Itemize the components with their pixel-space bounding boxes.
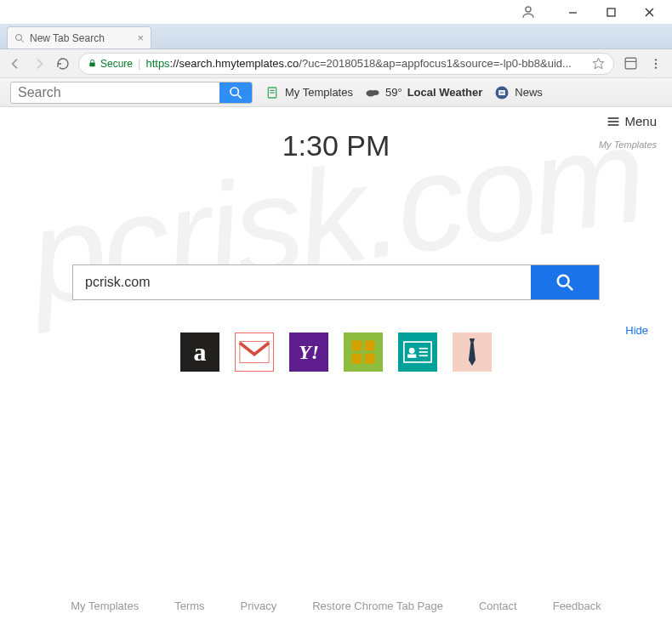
maximize-button[interactable] — [592, 0, 630, 24]
svg-point-0 — [526, 7, 531, 12]
minimize-button[interactable] — [554, 0, 592, 24]
weather-temp: 59° — [385, 86, 402, 99]
tile-amazon[interactable]: a — [180, 333, 219, 372]
address-bar[interactable]: Secure | https://search.hmytemplates.co/… — [78, 53, 614, 75]
svg-rect-31 — [351, 340, 362, 350]
profile-icon[interactable] — [520, 3, 537, 20]
extension-toolbar: My Templates 59° Local Weather News — [0, 78, 672, 107]
toolbar-templates-link[interactable]: My Templates — [265, 85, 353, 100]
weather-icon — [365, 85, 380, 100]
toolbar-templates-label: My Templates — [285, 86, 353, 99]
svg-marker-8 — [593, 58, 604, 69]
footer-restore[interactable]: Restore Chrome Tab Page — [312, 600, 443, 612]
main-search-box — [72, 264, 600, 300]
toolbar-weather-link[interactable]: 59° Local Weather — [365, 85, 482, 100]
secure-badge: Secure — [88, 58, 133, 70]
tile-business-card[interactable] — [398, 333, 437, 372]
url-text: https://search.hmytemplates.co/?uc=20180… — [145, 57, 587, 70]
tile-resume[interactable] — [344, 333, 383, 372]
svg-rect-37 — [407, 355, 416, 358]
toolbar-news-link[interactable]: News — [494, 85, 543, 100]
svg-point-5 — [16, 34, 22, 40]
footer-terms[interactable]: Terms — [174, 600, 204, 612]
main-search-input[interactable] — [73, 265, 531, 299]
tab-title: New Tab Search — [30, 32, 105, 44]
news-icon — [494, 85, 510, 100]
svg-point-11 — [655, 59, 657, 60]
reload-button[interactable] — [54, 57, 71, 71]
footer-feedback[interactable]: Feedback — [553, 600, 601, 612]
svg-rect-22 — [499, 90, 506, 95]
page-footer: My Templates Terms Privacy Restore Chrom… — [0, 600, 672, 612]
toolbar-search-input[interactable] — [11, 82, 219, 103]
page-content: Menu My Templates 1:30 PM pcrisk.com Hid… — [0, 107, 672, 631]
toolbar-search-button[interactable] — [219, 82, 252, 104]
svg-marker-41 — [470, 338, 475, 343]
footer-templates[interactable]: My Templates — [71, 600, 139, 612]
svg-point-14 — [231, 88, 238, 95]
back-button[interactable] — [7, 57, 24, 71]
svg-line-29 — [568, 286, 573, 291]
svg-rect-9 — [625, 58, 636, 69]
svg-line-15 — [238, 94, 242, 98]
news-label: News — [515, 86, 543, 99]
window-titlebar — [0, 0, 672, 24]
svg-rect-32 — [365, 340, 375, 350]
browser-tab[interactable]: New Tab Search × — [7, 26, 151, 48]
svg-marker-42 — [469, 343, 476, 366]
weather-label: Local Weather — [407, 86, 483, 99]
svg-rect-33 — [351, 354, 362, 364]
toolbar-search — [10, 82, 253, 104]
tile-yahoo[interactable]: Y! — [289, 333, 328, 372]
secure-label: Secure — [100, 58, 133, 70]
document-icon — [265, 85, 280, 100]
svg-point-36 — [409, 348, 415, 354]
svg-rect-34 — [365, 354, 375, 364]
close-button[interactable] — [630, 0, 669, 24]
svg-point-20 — [371, 90, 379, 95]
menu-dots-icon[interactable] — [646, 57, 665, 71]
svg-rect-2 — [607, 9, 615, 16]
footer-contact[interactable]: Contact — [479, 600, 517, 612]
forward-button[interactable] — [31, 57, 48, 71]
svg-point-13 — [655, 66, 657, 68]
star-icon[interactable] — [592, 57, 605, 70]
search-icon — [14, 33, 25, 43]
tab-strip: New Tab Search × — [0, 24, 672, 49]
svg-point-28 — [558, 276, 569, 287]
tile-gmail[interactable] — [235, 333, 274, 372]
tile-tie[interactable] — [453, 333, 492, 372]
footer-privacy[interactable]: Privacy — [241, 600, 277, 612]
close-tab-icon[interactable]: × — [137, 31, 144, 44]
svg-rect-7 — [89, 63, 94, 67]
svg-line-6 — [21, 39, 24, 42]
quick-tiles: a Y! — [0, 333, 672, 372]
address-bar-row: Secure | https://search.hmytemplates.co/… — [0, 49, 672, 78]
main-search-button[interactable] — [531, 265, 599, 299]
extension-icon[interactable] — [621, 56, 640, 71]
svg-point-12 — [655, 62, 657, 64]
